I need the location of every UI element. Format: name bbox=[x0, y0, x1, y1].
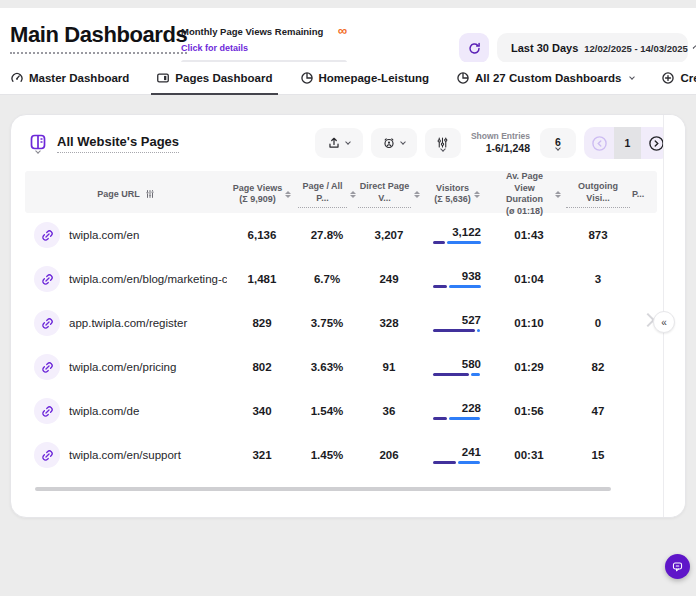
all-pages-widget-card: All Website's Pages bbox=[10, 114, 686, 518]
widget-type-selector[interactable] bbox=[29, 133, 47, 153]
direct-page-views-value: 36 bbox=[357, 405, 421, 417]
page-views-value: 321 bbox=[227, 449, 297, 461]
page-all-pct-value: 3.63% bbox=[297, 361, 357, 373]
filter-settings-button[interactable] bbox=[425, 128, 461, 158]
sort-icon[interactable] bbox=[285, 191, 291, 199]
page-url[interactable]: twipla.com/en/support bbox=[69, 449, 227, 461]
page-url[interactable]: twipla.com/en/blog/marketing-case-... bbox=[69, 273, 227, 285]
filter-sliders-icon[interactable] bbox=[145, 189, 155, 199]
col-page-url[interactable]: Page URL bbox=[25, 189, 227, 201]
col-page-all-pct[interactable]: Page / All P... bbox=[297, 181, 357, 207]
widget-toolbar: Shown Entries 1-6/1,248 6 1 bbox=[315, 127, 671, 159]
date-range-picker[interactable]: Last 30 Days 12/02/2025 - 14/03/2025 bbox=[497, 33, 688, 63]
panel-collapse-button[interactable]: « bbox=[653, 311, 675, 333]
table-header-row: Page URL Page Views(Σ 9,909) Page / All … bbox=[25, 171, 657, 213]
table-row[interactable]: twipla.com/en/blog/marketing-case-... 1,… bbox=[25, 257, 657, 301]
duration-value: 00:31 bbox=[493, 449, 565, 461]
page-url[interactable]: twipla.com/en/pricing bbox=[69, 361, 227, 373]
refresh-icon bbox=[467, 41, 482, 56]
quota-label: Monthly Page Views Remaining bbox=[181, 26, 323, 37]
table-row[interactable]: twipla.com/en/pricing 802 3.63% 91 580 0… bbox=[25, 345, 657, 389]
link-icon[interactable] bbox=[34, 310, 60, 336]
visitors-bar bbox=[433, 417, 481, 420]
visitors-cell: 241 bbox=[433, 446, 481, 464]
tab-pages-dashboard[interactable]: Pages Dashboard bbox=[156, 62, 272, 94]
tab-create-new-dashboard[interactable]: Create New Dashboard (BETA) bbox=[661, 62, 696, 94]
link-icon[interactable] bbox=[34, 354, 60, 380]
link-icon[interactable] bbox=[34, 222, 60, 248]
visitors-value: 527 bbox=[433, 314, 481, 326]
direct-page-views-value: 206 bbox=[357, 449, 421, 461]
quota-infinity-value: ∞ bbox=[338, 26, 347, 36]
tab-label: All 27 Custom Dashboards bbox=[475, 72, 621, 84]
tab-all-custom-dashboards[interactable]: All 27 Custom Dashboards bbox=[456, 62, 634, 94]
page-views-value: 1,481 bbox=[227, 273, 297, 285]
link-icon[interactable] bbox=[34, 442, 60, 468]
page-title: Main Dashboards bbox=[10, 22, 187, 54]
table-row[interactable]: twipla.com/en/support 321 1.45% 206 241 … bbox=[25, 433, 657, 477]
visitors-bar bbox=[433, 285, 481, 288]
refresh-button[interactable] bbox=[459, 33, 489, 63]
visitors-cell: 580 bbox=[433, 358, 481, 376]
export-button[interactable] bbox=[315, 128, 363, 158]
current-page[interactable]: 1 bbox=[614, 127, 641, 159]
visitors-value: 228 bbox=[433, 402, 481, 414]
sort-icon[interactable] bbox=[474, 191, 480, 199]
visitors-value: 3,122 bbox=[433, 226, 481, 238]
direct-page-views-value: 249 bbox=[357, 273, 421, 285]
dashboard-tabs: Master Dashboard Pages Dashboard Homepag… bbox=[0, 62, 696, 95]
page-all-pct-value: 27.8% bbox=[297, 229, 357, 241]
duration-value: 01:10 bbox=[493, 317, 565, 329]
chevron-down-icon bbox=[346, 139, 352, 145]
table-row[interactable]: app.twipla.com/register 829 3.75% 328 52… bbox=[25, 301, 657, 345]
outgoing-visitors-value: 0 bbox=[565, 317, 631, 329]
table-row[interactable]: twipla.com/en 6,136 27.8% 3,207 3,122 01… bbox=[25, 213, 657, 257]
link-icon[interactable] bbox=[34, 266, 60, 292]
horizontal-scrollbar[interactable] bbox=[35, 487, 611, 491]
quota-widget: Monthly Page Views Remaining ∞ Click for… bbox=[181, 26, 347, 65]
visitors-bar bbox=[433, 461, 481, 464]
chat-widget-button[interactable] bbox=[665, 554, 690, 579]
page-url[interactable]: twipla.com/en bbox=[69, 229, 227, 241]
visitors-value: 241 bbox=[433, 446, 481, 458]
shown-entries-value: 1-6/1,248 bbox=[471, 142, 530, 155]
duration-value: 01:04 bbox=[493, 273, 565, 285]
visitors-bar bbox=[433, 329, 481, 332]
table-body: twipla.com/en 6,136 27.8% 3,207 3,122 01… bbox=[25, 213, 657, 477]
col-outgoing-visitors[interactable]: Outgoing Visi... bbox=[565, 181, 631, 207]
duration-value: 01:43 bbox=[493, 229, 565, 241]
visitor-alerts-button[interactable] bbox=[371, 128, 417, 158]
shown-entries-label: Shown Entries bbox=[471, 131, 530, 142]
col-av-page-view-duration[interactable]: Av. Page View Duration(ø 01:18) bbox=[493, 171, 565, 218]
page-url[interactable]: twipla.com/de bbox=[69, 405, 227, 417]
quota-details-link[interactable]: Click for details bbox=[181, 43, 248, 53]
chat-bubble-icon bbox=[671, 560, 684, 573]
pie-chart-icon bbox=[456, 71, 470, 85]
visitors-value: 580 bbox=[433, 358, 481, 370]
sort-icon[interactable] bbox=[555, 191, 561, 199]
sort-icon[interactable] bbox=[350, 191, 356, 199]
prev-page-button[interactable] bbox=[584, 127, 614, 159]
chevron-down-icon bbox=[630, 74, 636, 80]
col-truncated[interactable]: P... bbox=[631, 189, 657, 201]
chevron-down-icon bbox=[401, 139, 407, 145]
tab-master-dashboard[interactable]: Master Dashboard bbox=[10, 62, 129, 94]
top-header: Main Dashboards Monthly Page Views Remai… bbox=[0, 8, 696, 62]
arrow-right-circle-icon bbox=[648, 135, 665, 152]
outgoing-visitors-value: 15 bbox=[565, 449, 631, 461]
sort-icon[interactable] bbox=[414, 191, 420, 199]
link-icon[interactable] bbox=[34, 398, 60, 424]
duration-value: 01:29 bbox=[493, 361, 565, 373]
page-url[interactable]: app.twipla.com/register bbox=[69, 317, 227, 329]
col-direct-page-views[interactable]: Direct Page V... bbox=[357, 181, 421, 207]
tab-label: Create New Dashboard (BETA) bbox=[680, 72, 696, 84]
table-row[interactable]: twipla.com/de 340 1.54% 36 228 01:56 47 bbox=[25, 389, 657, 433]
visitors-cell: 938 bbox=[433, 270, 481, 288]
visitors-bar bbox=[433, 373, 481, 376]
tab-homepage-leistung[interactable]: Homepage-Leistung bbox=[300, 62, 430, 94]
col-page-views[interactable]: Page Views(Σ 9,909) bbox=[227, 183, 297, 206]
widget-title[interactable]: All Website's Pages bbox=[57, 134, 179, 153]
col-visitors[interactable]: Visitors(Σ 5,636) bbox=[421, 183, 493, 206]
direct-page-views-value: 328 bbox=[357, 317, 421, 329]
page-size-select[interactable]: 6 bbox=[540, 128, 576, 158]
